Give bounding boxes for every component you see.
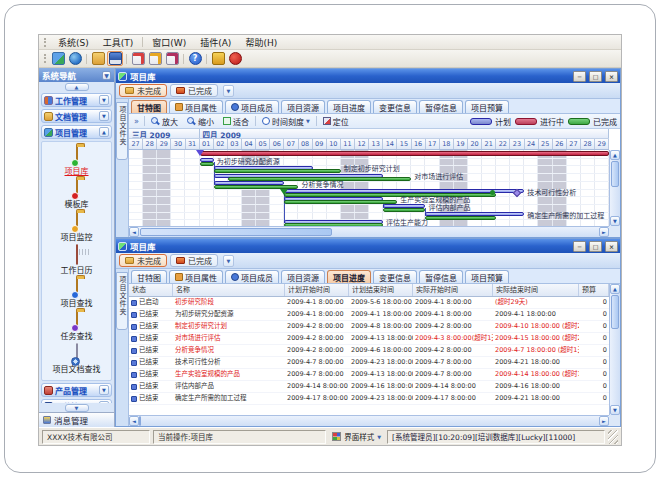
sidebar-item-2[interactable]: 项目监控	[42, 212, 111, 242]
scroll-thumb[interactable]	[611, 295, 619, 329]
gantt-horizontal-scrollbar[interactable]: ◄ ►	[129, 226, 609, 237]
locate-button[interactable]: 定位	[320, 115, 352, 128]
report-edit-icon[interactable]	[147, 51, 163, 66]
column-header-4[interactable]: 实际开始时间	[413, 284, 493, 296]
table-vertical-scrollbar[interactable]: ▲ ▼	[609, 284, 620, 415]
exit-icon[interactable]	[227, 51, 243, 66]
chevron-up-icon[interactable]: ▲	[99, 127, 109, 137]
scroll-down-icon[interactable]: ▼	[610, 216, 620, 226]
sidebar-group-0[interactable]: 工作管理▼	[41, 93, 112, 107]
table-row[interactable]: 已结束技术可行性分析2009-4-7 8:00:002009-4-23 18:0…	[129, 357, 609, 369]
filter-overflow-button[interactable]: ▼	[223, 85, 234, 97]
gantt-actual-bar[interactable]	[200, 162, 214, 166]
table-row[interactable]: 已结束确定生产所需的加工过程2009-4-17 8:00:002009-4-23…	[129, 393, 609, 405]
close-button[interactable]: ×	[605, 241, 618, 252]
scroll-right-icon[interactable]: ►	[599, 227, 609, 237]
help-icon[interactable]	[187, 51, 203, 66]
tab-project-folder[interactable]: 项目文件夹	[116, 272, 128, 330]
zoom-in-button[interactable]: 放大	[148, 115, 181, 128]
w2-tab-4[interactable]: 项目进度	[327, 270, 371, 283]
menu-item-0[interactable]: 系统(S)	[51, 36, 96, 49]
table-horizontal-scrollbar[interactable]: ◄ ►	[129, 415, 609, 426]
scroll-left-icon[interactable]: ◄	[129, 227, 139, 237]
chevron-down-icon[interactable]: ▼	[99, 95, 109, 105]
gantt-vertical-scrollbar[interactable]: ▲ ▼	[609, 150, 620, 226]
sidebar-group-1[interactable]: 文档管理▼	[41, 109, 112, 123]
table-row[interactable]: 已启动初步研究阶段2009-4-1 8:00:002009-5-6 18:00:…	[129, 297, 609, 309]
scroll-down-icon[interactable]: ▼	[610, 405, 620, 415]
report-icon[interactable]	[130, 51, 146, 66]
menu-item-3[interactable]: 插件(A)	[193, 36, 238, 49]
scroll-up-icon[interactable]: ▲	[610, 284, 620, 294]
sidebar-item-0[interactable]: 项目库	[42, 146, 111, 176]
toolbar-overflow-button[interactable]: »	[132, 117, 141, 126]
w1-tab-4[interactable]: 项目进度	[327, 100, 371, 113]
minimize-button[interactable]: ─	[573, 241, 586, 252]
table-row[interactable]: 已结束生产实验室规模的产品2009-4-7 8:00:002009-4-13 1…	[129, 369, 609, 381]
menu-item-4[interactable]: 帮助(H)	[238, 36, 284, 49]
column-header-6[interactable]: 预算	[579, 284, 609, 296]
w2-tab-6[interactable]: 暂停信息	[419, 270, 463, 283]
web-icon[interactable]	[67, 51, 83, 66]
column-header-2[interactable]: 计划开始时间	[285, 284, 349, 296]
w1-tab-1[interactable]: 项目属性	[169, 100, 223, 113]
chevron-down-icon[interactable]: ▼	[99, 111, 109, 121]
sidebar-item-1[interactable]: 模板库	[42, 179, 111, 209]
menu-item-2[interactable]: 窗口(W)	[145, 36, 193, 49]
fit-button[interactable]: 适合	[220, 115, 252, 128]
w1-tab-0[interactable]: 甘特图	[131, 100, 167, 113]
gantt-actual-bar[interactable]	[425, 216, 496, 220]
sidebar-item-3[interactable]: 工作日历	[42, 245, 111, 275]
pin-icon[interactable]: ▼	[102, 71, 111, 80]
scroll-up-icon[interactable]: ▲	[610, 150, 620, 160]
table-row[interactable]: 已结束分析竞争情况2009-4-2 8:00:002009-4-6 18:00:…	[129, 345, 609, 357]
w2-tab-2[interactable]: 项目成员	[225, 270, 279, 283]
w1-tab-3[interactable]: 项目资源	[281, 100, 325, 113]
scroll-thumb[interactable]	[611, 161, 619, 187]
gantt-actual-bar[interactable]	[284, 200, 397, 204]
column-header-3[interactable]: 计划结束时间	[349, 284, 413, 296]
chevron-down-icon[interactable]: ▼	[99, 385, 109, 395]
restore-button[interactable]: □	[589, 71, 602, 82]
menu-item-1[interactable]: 工具(T)	[96, 36, 141, 49]
table-row[interactable]: 已结束评估内部产品2009-4-14 8:00:002009-4-16 18:0…	[129, 381, 609, 393]
open-icon[interactable]	[90, 51, 106, 66]
w2-tab-3[interactable]: 项目资源	[281, 270, 325, 283]
report-del-icon[interactable]	[164, 51, 180, 66]
save-icon[interactable]	[107, 51, 123, 66]
interface-style-button[interactable]: 界面样式 ▼	[329, 431, 384, 442]
restore-button[interactable]: □	[589, 241, 602, 252]
w2-tab-0[interactable]: 甘特图	[131, 270, 167, 283]
sidebar-item-5[interactable]: 任务查找	[42, 311, 111, 341]
w2-tab-7[interactable]: 项目预算	[465, 270, 509, 283]
time-scale-button[interactable]: 时间刻度▼	[259, 115, 313, 128]
column-header-0[interactable]: 状态	[129, 284, 173, 296]
table-row[interactable]: 已结束制定初步研究计划2009-4-2 8:00:002009-4-8 18:0…	[129, 321, 609, 333]
gantt-actual-bar[interactable]	[214, 169, 341, 173]
close-button[interactable]: ×	[605, 71, 618, 82]
resize-grip[interactable]	[608, 430, 618, 444]
lock-icon[interactable]	[210, 51, 226, 66]
filter-overflow-button[interactable]: ▼	[223, 255, 234, 267]
gantt-actual-bar[interactable]	[284, 223, 383, 226]
tab-message-management[interactable]: 消息管理	[39, 412, 114, 427]
tab-project-folder[interactable]: 项目文件夹	[116, 102, 128, 160]
sidebar-scroll-down[interactable]: ▼	[39, 403, 114, 412]
gantt-actual-bar[interactable]	[383, 208, 425, 212]
w1-tab-5[interactable]: 变更信息	[373, 100, 417, 113]
w2-tab-5[interactable]: 变更信息	[373, 270, 417, 283]
sidebar-item-6[interactable]: 项目文档查找	[42, 344, 111, 374]
window-titlebar[interactable]: 项目库 ─ □ ×	[116, 239, 620, 253]
w1-filter-tab-1[interactable]: 已完成	[170, 84, 218, 97]
w2-filter-tab-1[interactable]: 已完成	[170, 254, 218, 267]
w2-tab-1[interactable]: 项目属性	[169, 270, 223, 283]
w1-filter-tab-0[interactable]: 未完成	[119, 84, 167, 97]
sidebar-group-2[interactable]: 项目管理▲	[41, 125, 112, 139]
system-icon[interactable]	[50, 51, 66, 66]
table-row[interactable]: 已结束对市场进行评估2009-4-2 8:00:002009-4-13 18:0…	[129, 333, 609, 345]
w2-filter-tab-0[interactable]: 未完成	[119, 254, 167, 267]
sidebar-scroll-up[interactable]: ▲	[39, 82, 114, 91]
scroll-thumb[interactable]	[140, 228, 332, 236]
table-row[interactable]: 已结束为初步研究分配资源2009-4-1 8:00:002009-4-1 18:…	[129, 309, 609, 321]
w1-tab-7[interactable]: 项目预算	[465, 100, 509, 113]
